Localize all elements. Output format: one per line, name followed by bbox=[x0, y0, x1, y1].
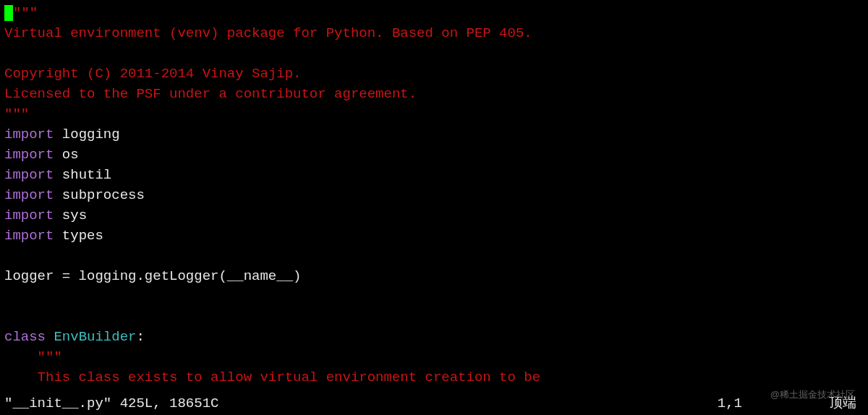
docstring-open: """ bbox=[13, 5, 38, 21]
import-keyword: import bbox=[4, 147, 54, 163]
import-keyword: import bbox=[4, 127, 54, 142]
status-filename: "__init__.py" 425L, 18651C bbox=[4, 393, 218, 414]
docstring-line: Virtual environment (venv) package for P… bbox=[4, 25, 532, 41]
docstring-line: This class exists to allow virtual envir… bbox=[4, 369, 540, 385]
import-keyword: import bbox=[4, 187, 54, 203]
status-position: 1,1 bbox=[718, 393, 742, 414]
import-keyword: import bbox=[4, 208, 54, 223]
import-module: subprocess bbox=[62, 187, 145, 203]
import-keyword: import bbox=[4, 167, 54, 183]
docstring-line: Licensed to the PSF under a contributor … bbox=[4, 86, 417, 102]
import-module: logging bbox=[62, 127, 120, 142]
docstring-close: """ bbox=[4, 106, 29, 122]
docstring-line: """ bbox=[4, 349, 62, 365]
class-name: EnvBuilder bbox=[54, 329, 136, 345]
code-line: logger = logging.getLogger(__name__) bbox=[4, 268, 301, 284]
import-module: sys bbox=[62, 208, 87, 223]
import-module: shutil bbox=[62, 167, 111, 183]
status-bar: "__init__.py" 425L, 18651C 1,1 顶端 bbox=[4, 393, 864, 414]
import-module: types bbox=[62, 228, 103, 244]
status-scroll: 顶端 bbox=[829, 393, 856, 414]
import-module: os bbox=[62, 147, 79, 163]
import-keyword: import bbox=[4, 228, 54, 244]
docstring-line: Copyright (C) 2011-2014 Vinay Sajip. bbox=[4, 66, 301, 82]
code-editor[interactable]: """ Virtual environment (venv) package f… bbox=[0, 0, 868, 390]
cursor bbox=[4, 5, 13, 21]
class-keyword: class bbox=[4, 329, 46, 345]
colon: : bbox=[136, 329, 144, 345]
